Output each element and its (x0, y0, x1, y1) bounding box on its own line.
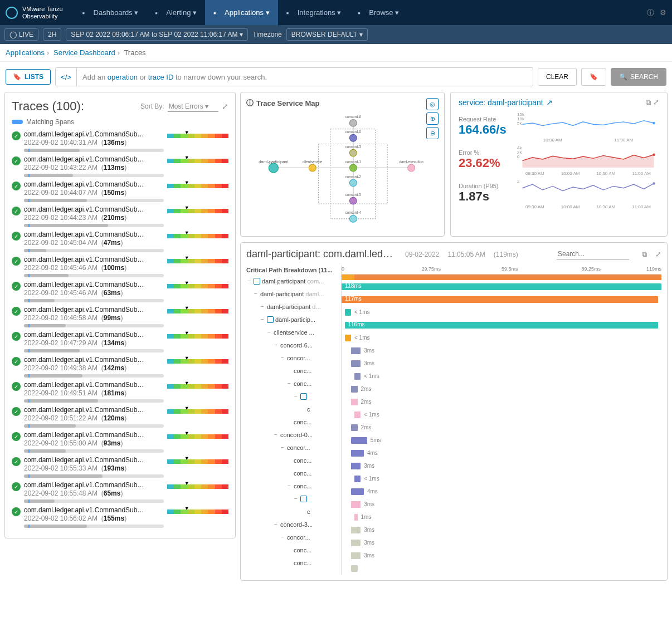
toggle-icon[interactable]: − (286, 483, 292, 489)
span-bar-row[interactable]: 5ms (342, 434, 661, 447)
expand-icon[interactable]: ⤢ (653, 98, 659, 106)
clear-button[interactable]: CLEAR (538, 68, 577, 86)
span-timeline[interactable]: 0 29.75ms 59.5ms 89.25ms 119ms 118ms117m… (341, 266, 661, 575)
nav-integrations[interactable]: ▪Integrations ▾ (278, 0, 350, 25)
expand-icon[interactable]: ⤢ (655, 250, 661, 258)
trace-row[interactable]: ✓com.daml.ledger.api.v1.CommandSubmissio… (12, 406, 228, 428)
span-bar-row[interactable]: 4ms (342, 485, 661, 498)
span-bar-row[interactable]: < 1ms (342, 370, 661, 383)
zoom-in-button[interactable]: ⊕ (426, 112, 439, 125)
trace-row[interactable]: ✓com.daml.ledger.api.v1.CommandSubmissio… (12, 155, 228, 177)
nav-alerting[interactable]: ▪Alerting ▾ (147, 0, 205, 25)
span-bar-row[interactable]: 2ms (342, 383, 661, 395)
popout-icon[interactable]: ⧉ (642, 250, 647, 259)
span-tree-row[interactable]: −clientservice ... (246, 326, 341, 339)
popout-icon[interactable]: ⧉ (646, 98, 651, 106)
nav-dashboards[interactable]: ▪Dashboards ▾ (74, 0, 147, 25)
toggle-icon[interactable]: − (273, 521, 279, 527)
toggle-icon[interactable]: − (280, 534, 285, 540)
span-tree-row[interactable]: −concor... (246, 351, 341, 364)
sparkline-chart[interactable]: 209:30 AM10:00 AM10:30 AM11:00 AM (517, 179, 659, 207)
sparkline-chart[interactable]: 15k10k5k10:00 AM11:00 AM (517, 112, 659, 140)
span-bar-row[interactable]: 117ms (342, 293, 661, 306)
toggle-icon[interactable]: − (273, 432, 279, 438)
time-range-button[interactable]: SEP 02 2022 09:06:17 AM to SEP 02 2022 1… (66, 28, 248, 41)
settings-icon[interactable]: ⚙ (660, 8, 666, 17)
span-bar-row[interactable]: 3ms (342, 536, 661, 549)
trace-row[interactable]: ✓com.daml.ledger.api.v1.CommandSubmissio… (12, 456, 228, 478)
span-bar-row[interactable]: < 1ms (342, 306, 661, 319)
span-bar-row[interactable]: 4ms (342, 447, 661, 459)
span-bar-row[interactable]: 2ms (342, 421, 661, 434)
span-tree-row[interactable]: −concord-0... (246, 428, 341, 441)
help-icon[interactable]: ⓘ (647, 8, 654, 18)
trace-row[interactable]: ✓com.daml.ledger.api.v1.CommandSubmissio… (12, 481, 228, 503)
toggle-icon[interactable]: − (266, 329, 272, 335)
service-map-graph[interactable]: daml-participant clientservice concord-6… (246, 108, 439, 228)
span-tree-row[interactable]: conc... (246, 556, 341, 569)
expand-icon[interactable]: ⤢ (222, 102, 228, 111)
span-tree-row[interactable]: conc... (246, 543, 341, 556)
sparkline-chart[interactable]: 4k2k009:30 AM10:00 AM10:30 AM11:00 AM (517, 146, 659, 174)
search-input-container[interactable]: </> Add an operation or trace ID to narr… (55, 67, 533, 86)
trace-row[interactable]: ✓com.daml.ledger.api.v1.CommandSubmissio… (12, 306, 228, 327)
trace-row[interactable]: ✓com.daml.ledger.api.v1.CommandSubmissio… (12, 130, 228, 152)
search-button[interactable]: 🔍SEARCH (611, 68, 666, 86)
toggle-icon[interactable]: − (280, 355, 285, 361)
span-tree-row[interactable]: −daml-participant d... (246, 300, 341, 313)
span-tree-row[interactable]: −concor... (246, 531, 341, 543)
span-tree-row[interactable]: −concor... (246, 441, 341, 454)
toggle-icon[interactable]: − (260, 303, 265, 310)
span-tree-row[interactable]: c (246, 403, 341, 415)
trace-row[interactable]: ✓com.daml.ledger.api.v1.CommandSubmissio… (12, 356, 228, 378)
toggle-icon[interactable]: − (253, 291, 259, 297)
span-tree-row[interactable]: −conc... (246, 377, 341, 390)
span-tree-row[interactable]: − (246, 492, 341, 505)
recenter-button[interactable]: ◎ (426, 98, 439, 110)
span-tree-row[interactable]: −concord-3... (246, 518, 341, 531)
trace-row[interactable]: ✓com.daml.ledger.api.v1.CommandSubmissio… (12, 431, 228, 453)
span-bar-row[interactable]: 3ms (342, 498, 661, 511)
toggle-icon[interactable]: − (293, 496, 299, 502)
timezone-select[interactable]: BROWSER DEFAULT ▾ (286, 28, 368, 41)
toggle-icon[interactable]: − (246, 278, 252, 284)
span-bar-row[interactable]: < 1ms (342, 472, 661, 485)
span-tree-row[interactable]: conc... (246, 364, 341, 377)
toggle-icon[interactable]: − (273, 342, 279, 348)
span-tree-row[interactable]: c (246, 505, 341, 518)
code-toggle-icon[interactable]: </> (56, 68, 77, 86)
trace-detail-search[interactable] (557, 249, 629, 259)
trace-row[interactable]: ✓com.daml.ledger.api.v1.CommandSubmissio… (12, 205, 228, 227)
span-tree-row[interactable]: conc... (246, 467, 341, 479)
trace-row[interactable]: ✓com.daml.ledger.api.v1.CommandSubmissio… (12, 256, 228, 277)
span-bar-row[interactable] (342, 562, 661, 575)
trace-row[interactable]: ✓com.daml.ledger.api.v1.CommandSubmissio… (12, 381, 228, 403)
brand-logo[interactable]: VMware Tanzu Observability (6, 6, 74, 19)
bookmark-button[interactable]: 🔖 (581, 68, 606, 86)
trace-row[interactable]: ✓com.daml.ledger.api.v1.CommandSubmissio… (12, 281, 228, 302)
bc-applications[interactable]: Applications (6, 48, 45, 57)
span-bar-row[interactable]: < 1ms (342, 331, 661, 344)
range-preset-button[interactable]: 2H (43, 28, 61, 41)
metrics-title[interactable]: service: daml-participant ↗ (459, 98, 553, 107)
span-tree-row[interactable]: −daml-participant daml... (246, 287, 341, 300)
span-bar-row[interactable]: 3ms (342, 523, 661, 536)
nav-applications[interactable]: ▪Applications ▾ (205, 0, 278, 25)
trace-row[interactable]: ✓com.daml.ledger.api.v1.CommandSubmissio… (12, 180, 228, 202)
live-button[interactable]: ◯ LIVE (4, 28, 38, 41)
trace-row[interactable]: ✓com.daml.ledger.api.v1.CommandSubmissio… (12, 331, 228, 352)
trace-row[interactable]: ✓com.daml.ledger.api.v1.CommandSubmissio… (12, 506, 228, 528)
toggle-icon[interactable]: − (260, 316, 265, 322)
span-bar-row[interactable]: 1ms (342, 511, 661, 523)
span-bar-row[interactable]: 3ms (342, 459, 661, 472)
bc-service-dashboard[interactable]: Service Dashboard (53, 48, 115, 57)
span-tree-row[interactable]: − (246, 390, 341, 403)
lists-button[interactable]: 🔖LISTS (6, 69, 51, 85)
span-bar-row[interactable]: 3ms (342, 549, 661, 562)
span-tree-row[interactable]: −conc... (246, 479, 341, 492)
toggle-icon[interactable]: − (293, 393, 299, 399)
toggle-icon[interactable]: − (286, 380, 292, 386)
zoom-out-button[interactable]: ⊖ (426, 127, 439, 139)
span-bar-row[interactable]: 118ms (342, 280, 661, 293)
span-tree-row[interactable]: −daml-particip... (246, 313, 341, 326)
